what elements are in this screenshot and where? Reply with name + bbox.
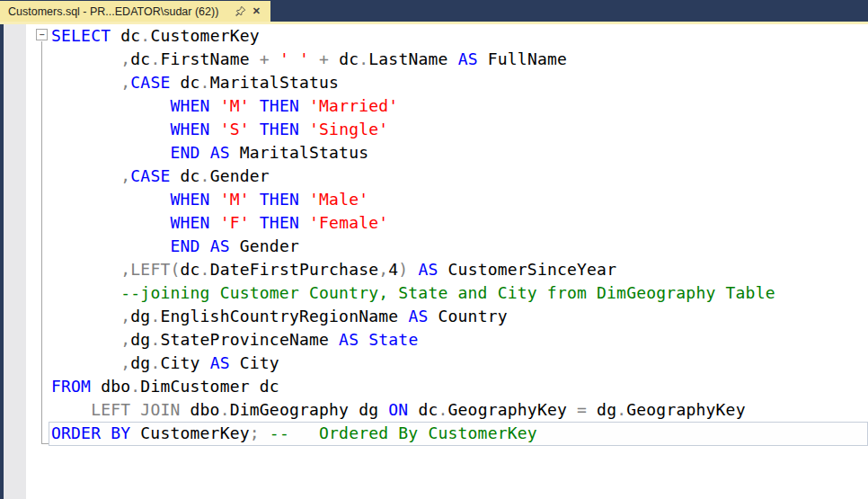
code-token-op: + — [260, 49, 270, 68]
code-line[interactable]: LEFT JOIN dbo.DimGeography dg ON dc.Geog… — [51, 398, 775, 422]
code-token-kw: WHEN — [170, 120, 209, 138]
code-token-op: . — [220, 400, 230, 419]
code-token-id: DimGeography dg — [230, 400, 389, 419]
code-token-kw: ON — [388, 400, 408, 419]
code-line[interactable]: WHEN 'M' THEN 'Male' — [51, 188, 775, 211]
code-token-id: City — [160, 353, 209, 372]
code-line[interactable]: ,CASE dc.MaritalStatus — [51, 71, 775, 94]
code-token-kw: THEN — [260, 96, 299, 115]
code-token-id — [51, 260, 120, 279]
code-token-id: dc — [111, 26, 140, 45]
code-token-kw: AS — [408, 307, 428, 325]
code-editor[interactable]: − SELECT dc.CustomerKey ,dc.FirstName + … — [0, 24, 868, 499]
code-token-id: CustomerKey — [150, 26, 259, 45]
code-token-id: dg — [130, 330, 150, 349]
code-token-op: , — [120, 353, 130, 372]
code-token-id: dg — [130, 307, 150, 325]
code-token-id — [51, 353, 120, 372]
code-token-kw: THEN — [260, 120, 299, 138]
close-icon[interactable]: ✕ — [249, 4, 263, 19]
code-token-id: Country — [428, 307, 507, 325]
code-token-op: , — [120, 49, 130, 68]
code-token-id — [250, 120, 260, 138]
code-token-kw: END — [170, 236, 199, 255]
code-token-kw: WHEN — [170, 190, 209, 209]
code-token-id: dc — [408, 400, 438, 419]
code-token-id — [299, 213, 309, 232]
code-token-id — [51, 96, 170, 115]
code-token-kw: WHEN — [170, 213, 209, 232]
code-token-str: 'M' — [220, 96, 250, 115]
code-token-str: 'Single' — [309, 120, 388, 138]
code-token-kw: AS — [210, 143, 230, 162]
code-token-str: 'F' — [220, 213, 250, 232]
code-token-id: StateProvinceName — [160, 330, 339, 349]
code-token-id: MaritalStatus — [210, 73, 339, 92]
code-line[interactable]: WHEN 'M' THEN 'Married' — [51, 94, 775, 118]
code-token-kw: THEN — [260, 213, 299, 232]
code-token-id: FullName — [478, 49, 567, 68]
code-token-id: City — [230, 353, 279, 372]
code-line[interactable]: ,dg.StateProvinceName AS State — [51, 328, 775, 352]
code-token-id — [200, 143, 210, 162]
code-token-id: CustomerKey — [130, 423, 249, 442]
code-token-op: ) — [398, 260, 408, 279]
code-line[interactable]: SELECT dc.CustomerKey — [51, 24, 775, 48]
code-token-id — [210, 190, 220, 209]
code-token-kw: AS — [339, 330, 359, 349]
code-line[interactable]: ,LEFT(dc.DateFirstPurchase,4) AS Custome… — [51, 258, 775, 281]
code-token-id: dc — [130, 49, 150, 68]
code-token-id — [51, 120, 170, 138]
code-token-id — [309, 49, 319, 68]
code-token-kw: THEN — [260, 190, 299, 209]
code-token-op: . — [616, 400, 626, 419]
code-token-id — [408, 260, 418, 279]
code-token-id — [51, 166, 120, 185]
code-line[interactable]: ,dc.FirstName + ' ' + dc.LastName AS Ful… — [51, 48, 775, 71]
tab-bar: Customers.sql - PR...EDATOR\sudar (62)) … — [0, 0, 868, 22]
code-token-kw: AS — [210, 353, 230, 372]
code-token-id — [210, 120, 220, 138]
pushpin-icon[interactable] — [233, 4, 247, 19]
fold-collapse-icon[interactable]: − — [36, 29, 48, 40]
code-token-id: DateFirstPurchase — [210, 260, 379, 279]
code-token-id — [51, 190, 170, 209]
code-token-kw: CASE — [130, 73, 170, 92]
code-token-op: . — [140, 26, 150, 45]
ssms-window: Customers.sql - PR...EDATOR\sudar (62)) … — [0, 0, 868, 499]
code-token-id — [51, 213, 170, 232]
code-token-id — [260, 423, 270, 442]
code-token-id: dbo — [181, 400, 220, 419]
tab-customers-sql[interactable]: Customers.sql - PR...EDATOR\sudar (62)) … — [0, 1, 270, 22]
selection-margin — [4, 24, 26, 499]
code-token-op: + — [319, 49, 329, 68]
code-token-op: ; — [250, 423, 260, 442]
code-line[interactable]: WHEN 'F' THEN 'Female' — [51, 211, 775, 235]
code-token-id: dg — [587, 400, 616, 419]
code-line[interactable]: ,dg.EnglishCountryRegionName AS Country — [51, 305, 775, 328]
code-line[interactable]: --joining Customer Country, State and Ci… — [51, 281, 775, 305]
code-line[interactable]: FROM dbo.DimCustomer dc — [51, 375, 775, 398]
code-line[interactable]: ORDER BY CustomerKey; -- Ordered By Cust… — [51, 422, 775, 445]
code-token-id — [51, 307, 120, 325]
code-token-id — [250, 213, 260, 232]
code-line[interactable]: END AS Gender — [51, 235, 775, 258]
code-line[interactable]: WHEN 'S' THEN 'Single' — [51, 118, 775, 141]
code-token-kw: ORDER BY — [51, 423, 130, 442]
code-line[interactable]: ,dg.City AS City — [51, 352, 775, 375]
code-token-kw: END — [170, 143, 199, 162]
code-token-id: 4 — [388, 260, 398, 279]
code-token-id — [51, 73, 120, 92]
code-token-op: LEFT( — [130, 260, 180, 279]
code-token-op: LEFT JOIN — [91, 400, 180, 419]
code-token-kw: SELECT — [51, 26, 111, 45]
code-line[interactable]: ,CASE dc.Gender — [51, 165, 775, 188]
code-token-id: Gender — [210, 166, 270, 185]
code-line[interactable]: END AS MaritalStatus — [51, 141, 775, 165]
code-token-op: , — [120, 166, 130, 185]
code-token-id: dc — [181, 260, 200, 279]
code-token-id — [51, 400, 91, 419]
code-token-id: GeographyKey — [448, 400, 577, 419]
code-token-id — [51, 49, 120, 68]
code-token-kw: CASE — [130, 166, 170, 185]
